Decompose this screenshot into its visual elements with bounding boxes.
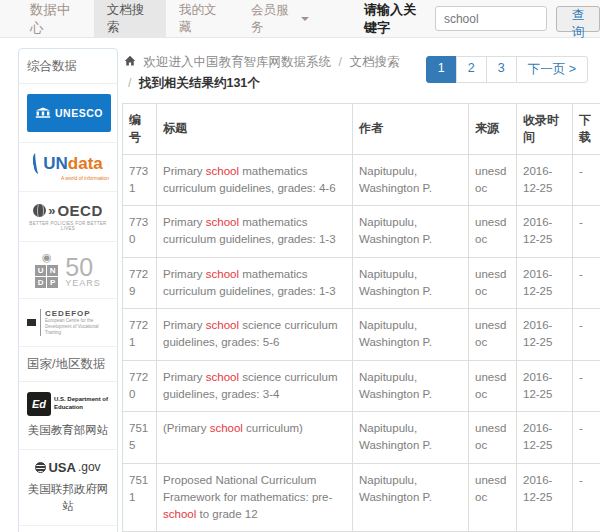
main-panel: 欢迎进入中国教育智库网数据系统 / 文档搜索 / 找到相关结果约131个 1 2…	[122, 48, 588, 532]
row-author-cell: Napitupulu, Washington P.	[353, 360, 469, 412]
row-date-cell: 2016-12-25	[517, 360, 573, 412]
page-button-3[interactable]: 3	[486, 56, 517, 83]
row-author-cell: Napitupulu, Washington P.	[353, 412, 469, 464]
search-label: 请输入关键字	[364, 1, 427, 37]
breadcrumb: 欢迎进入中国教育智库网数据系统 / 文档搜索 / 找到相关结果约131个	[124, 52, 399, 95]
row-id-cell: 7515	[123, 412, 157, 464]
eu-flag-icon	[27, 319, 36, 326]
oecd-chevrons: »	[48, 203, 55, 218]
oecd-globe-icon	[33, 204, 46, 217]
row-date-cell: 2016-12-25	[517, 463, 573, 532]
unesco-temple-icon	[35, 107, 51, 119]
oecd-logo-text: OECD	[57, 202, 102, 219]
sidebar-link-us-dept-education[interactable]: Ed U.S. Department of Education 美国教育部网站	[19, 382, 117, 450]
un-emblem-icon: ◉	[42, 252, 52, 263]
row-id-cell: 7730	[123, 206, 157, 258]
row-source-cell: unesdoc	[469, 463, 517, 532]
undata-logo-data: data	[68, 154, 103, 174]
row-download-cell[interactable]: -	[573, 360, 600, 412]
row-title-cell[interactable]: (Primary school curriculum)	[157, 412, 353, 464]
usa-gov-caption: 美国联邦政府网站	[27, 481, 109, 516]
breadcrumb-section-link[interactable]: 文档搜索	[349, 55, 399, 69]
sidebar-section-country-data: 国家/地区数据	[19, 347, 117, 382]
breadcrumb-separator: /	[128, 76, 131, 90]
row-source-cell: unesdoc	[469, 206, 517, 258]
column-header-source: 来源	[469, 103, 517, 154]
column-header-title: 标题	[157, 103, 353, 154]
sidebar: 综合数据 UNESCO UN data A world of informati…	[18, 48, 118, 532]
nav-brand-data-center[interactable]: 数据中心	[0, 0, 94, 37]
us-ed-logo-text: U.S. Department of Education	[54, 396, 109, 411]
table-row: 7511 Proposed National Curriculum Framew…	[123, 463, 600, 532]
search-group: 请输入关键字 查询	[364, 0, 600, 37]
results-table: 编号 标题 作者 来源 收录时间 下载 收藏 7731 Primary scho…	[122, 103, 600, 532]
breadcrumb-home-link[interactable]: 欢迎进入中国教育智库网数据系统	[143, 55, 331, 69]
row-source-cell: unesdoc	[469, 154, 517, 206]
sidebar-link-undp[interactable]: ◉ U N D P 50 YEARS	[19, 242, 117, 299]
sidebar-link-undata[interactable]: UN data A world of information	[19, 143, 117, 192]
row-id-cell: 7511	[123, 463, 157, 532]
undata-tagline: A world of information	[27, 175, 109, 181]
undp-letter: N	[47, 265, 58, 276]
oecd-tagline: BETTER POLICIES FOR BETTER LIVES	[27, 221, 109, 231]
results-table-body: 7731 Primary school mathematics curricul…	[123, 154, 600, 532]
page-button-2[interactable]: 2	[456, 56, 487, 83]
table-row: 7515 (Primary school curriculum) Napitup…	[123, 412, 600, 464]
row-title-cell[interactable]: Primary school science curriculum guidel…	[157, 360, 353, 412]
row-author-cell: Napitupulu, Washington P.	[353, 154, 469, 206]
undp-letter: U	[35, 265, 46, 276]
column-header-author: 作者	[353, 103, 469, 154]
sidebar-link-oecd[interactable]: » OECD BETTER POLICIES FOR BETTER LIVES	[19, 192, 117, 242]
sidebar-link-usa-gov[interactable]: USA .gov 美国联邦政府网站	[19, 450, 117, 527]
nav-item-my-collection[interactable]: 我的文藏	[166, 0, 238, 37]
sidebar-link-unesco[interactable]: UNESCO	[19, 84, 117, 143]
usa-gov-disc-icon	[35, 462, 46, 473]
nav-item-label: 会员服务	[251, 2, 296, 36]
search-button[interactable]: 查询	[556, 6, 600, 32]
page-button-1[interactable]: 1	[426, 56, 457, 83]
table-row: 7730 Primary school mathematics curricul…	[123, 206, 600, 258]
usa-gov-logo-gov: .gov	[78, 460, 101, 474]
result-count-text: 找到相关结果约131个	[139, 76, 260, 90]
row-download-cell[interactable]: -	[573, 154, 600, 206]
nav-item-member-services[interactable]: 会员服务	[238, 0, 322, 37]
row-download-cell[interactable]: -	[573, 412, 600, 464]
table-row: 7721 Primary school science curriculum g…	[123, 309, 600, 361]
row-id-cell: 7721	[123, 309, 157, 361]
row-download-cell[interactable]: -	[573, 206, 600, 258]
content-area: 综合数据 UNESCO UN data A world of informati…	[0, 38, 600, 532]
top-navbar: 数据中心 文档搜索 我的文藏 会员服务 请输入关键字 查询	[0, 0, 600, 38]
home-icon	[124, 55, 136, 67]
usa-gov-logo-usa: USA	[48, 460, 75, 475]
row-date-cell: 2016-12-25	[517, 309, 573, 361]
row-title-cell[interactable]: Primary school science curriculum guidel…	[157, 309, 353, 361]
column-header-date: 收录时间	[517, 103, 573, 154]
breadcrumb-separator: /	[338, 55, 341, 69]
row-title-cell[interactable]: Primary school mathematics curriculum gu…	[157, 206, 353, 258]
row-download-cell[interactable]: -	[573, 463, 600, 532]
row-title-cell[interactable]: Primary school mathematics curriculum gu…	[157, 257, 353, 309]
undp-50-text: 50	[65, 256, 101, 279]
row-author-cell: Napitupulu, Washington P.	[353, 309, 469, 361]
nav-item-doc-search[interactable]: 文档搜索	[94, 0, 166, 37]
pagination: 1 2 3 下一页 >	[426, 56, 588, 83]
undata-swoosh-icon	[32, 153, 43, 175]
row-source-cell: unesdoc	[469, 412, 517, 464]
row-id-cell: 7731	[123, 154, 157, 206]
undata-logo-un: UN	[43, 154, 68, 174]
column-header-id: 编号	[123, 103, 157, 154]
sidebar-link-cedefop[interactable]: CEDEFOP European Centre for the Developm…	[19, 299, 117, 347]
us-ed-caption: 美国教育部网站	[27, 422, 109, 439]
search-input[interactable]	[435, 6, 547, 31]
row-source-cell: unesdoc	[469, 360, 517, 412]
cedefop-logo-text: CEDEFOP	[45, 309, 109, 318]
undp-years-text: YEARS	[65, 278, 101, 288]
row-title-cell[interactable]: Proposed National Curriculum Framework f…	[157, 463, 353, 532]
chevron-down-icon	[301, 17, 309, 21]
next-page-button[interactable]: 下一页 >	[516, 56, 588, 83]
row-download-cell[interactable]: -	[573, 257, 600, 309]
row-download-cell[interactable]: -	[573, 309, 600, 361]
row-title-cell[interactable]: Primary school mathematics curriculum gu…	[157, 154, 353, 206]
sidebar-link-gov-uk[interactable]: ♛ GOV.UK 英国教育部网站	[19, 526, 117, 532]
row-date-cell: 2016-12-25	[517, 154, 573, 206]
